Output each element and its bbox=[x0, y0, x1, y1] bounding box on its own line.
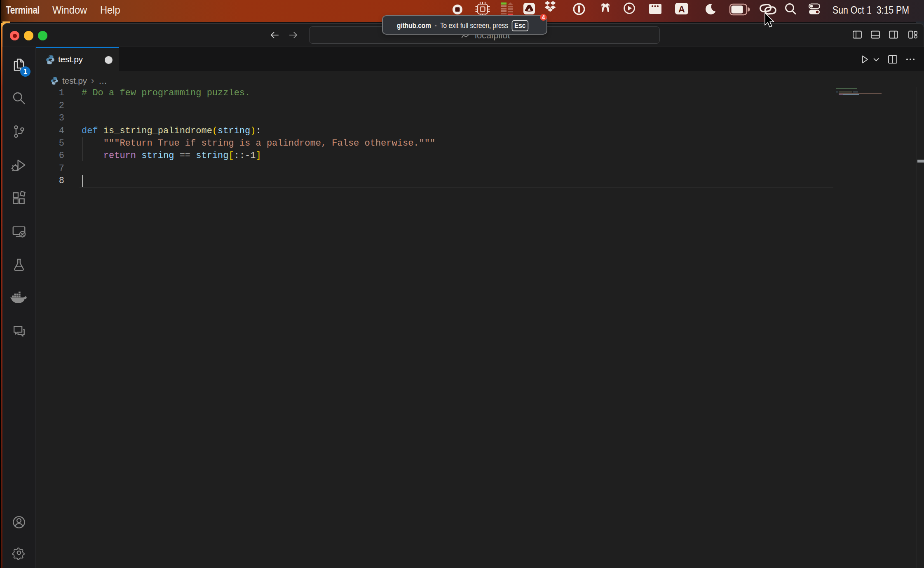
svg-text:4: 4 bbox=[542, 14, 545, 21]
svg-text:A: A bbox=[678, 4, 685, 14]
